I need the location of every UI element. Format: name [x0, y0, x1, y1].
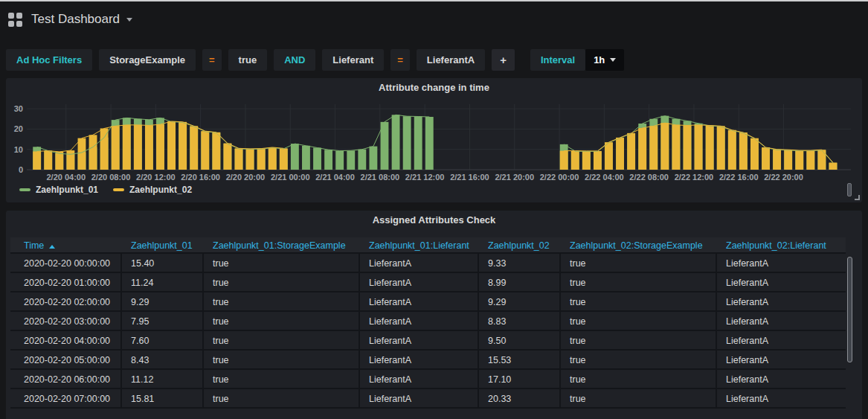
- table-cell: LieferantA: [717, 331, 846, 351]
- chart-scrollbar-thumb[interactable]: [847, 183, 852, 196]
- table-cell: true: [561, 254, 717, 273]
- filter2-operator-chip[interactable]: =: [390, 49, 410, 71]
- column-header-zaehlpunkt-01-storageexample[interactable]: Zaehlpunkt_01:StorageExample: [204, 237, 360, 254]
- table-cell: LieferantA: [717, 370, 846, 389]
- filter2-key-chip[interactable]: Lieferant: [322, 49, 384, 71]
- filter1-value-chip[interactable]: true: [228, 49, 268, 71]
- column-header-zaehlpunkt-02-lieferant[interactable]: Zaehlpunkt_02:Lieferant: [717, 237, 846, 254]
- x-tick-label: 2/20 04:00: [46, 173, 86, 182]
- chart-bar-Zaehlpunkt_02: [123, 125, 131, 170]
- table-cell: true: [204, 273, 360, 292]
- column-header-zaehlpunkt-01-lieferant[interactable]: Zaehlpunkt_01:Lieferant: [360, 237, 479, 254]
- table-cell: 9.33: [479, 254, 561, 273]
- chart-bar-Zaehlpunkt_01: [347, 150, 355, 170]
- filter1-key-chip[interactable]: StorageExample: [99, 49, 196, 71]
- table-cell: 20.33: [479, 389, 561, 409]
- chart-bar-Zaehlpunkt_02: [660, 123, 669, 170]
- panel-resize-handle[interactable]: [855, 195, 860, 200]
- chart-bar-Zaehlpunkt_02: [784, 150, 792, 170]
- chart-bar-Zaehlpunkt_02: [246, 149, 254, 170]
- chart-bar-Zaehlpunkt_01: [369, 147, 377, 170]
- dashboard-title[interactable]: Test Dashboard: [31, 12, 120, 27]
- table-cell: true: [561, 273, 717, 292]
- column-header-zaehlpunkt-02[interactable]: Zaehlpunkt_02: [479, 237, 561, 254]
- chart-bar-Zaehlpunkt_02: [55, 152, 63, 170]
- legend-label: Zaehlpunkt_01: [36, 185, 98, 195]
- chart-bar-Zaehlpunkt_01: [324, 150, 332, 170]
- table-cell: true: [204, 389, 360, 409]
- table-cell: LieferantA: [360, 273, 479, 292]
- interval-label[interactable]: Interval: [530, 49, 585, 71]
- grid-icon-square: [8, 21, 14, 27]
- chart-bar-Zaehlpunkt_02: [66, 150, 74, 170]
- table-cell: true: [204, 312, 360, 331]
- adhoc-filters-label[interactable]: Ad Hoc Filters: [6, 49, 92, 71]
- sort-ascending-icon: [49, 245, 55, 249]
- chevron-down-icon: [610, 58, 616, 62]
- x-tick-label: 2/21 08:00: [361, 173, 400, 182]
- table-scrollbar-thumb[interactable]: [847, 257, 852, 362]
- chart-bar-Zaehlpunkt_02: [829, 162, 838, 170]
- attributes-table: TimeZaehlpunkt_01Zaehlpunkt_01:StorageEx…: [10, 237, 846, 409]
- x-tick-label: 2/21 12:00: [405, 173, 445, 182]
- table-cell: true: [561, 370, 717, 389]
- legend-item-zaehlpunkt-02[interactable]: Zaehlpunkt_02: [113, 185, 192, 195]
- add-filter-button[interactable]: +: [492, 49, 515, 71]
- x-tick-label: 2/21 04:00: [315, 173, 355, 182]
- table-cell: LieferantA: [360, 254, 479, 273]
- chart-bar-Zaehlpunkt_02: [224, 144, 232, 170]
- chart-bar-Zaehlpunkt_02: [728, 130, 736, 170]
- chart-bar-Zaehlpunkt_02: [616, 138, 624, 170]
- table-cell: LieferantA: [717, 273, 846, 292]
- chart-bar-Zaehlpunkt_02: [134, 125, 142, 170]
- x-tick-label: 2/21 20:00: [495, 173, 534, 182]
- column-header-zaehlpunkt-01[interactable]: Zaehlpunkt_01: [122, 237, 204, 254]
- x-tick-label: 2/22 04:00: [585, 173, 624, 182]
- panel-assigned-attributes-check: Assigned Attributes Check TimeZaehlpunkt…: [6, 211, 862, 419]
- dashboard-title-caret-icon[interactable]: [126, 18, 132, 22]
- chart-bar-Zaehlpunkt_02: [179, 122, 187, 170]
- filter-condition-chip[interactable]: AND: [274, 49, 315, 71]
- chart-bar-Zaehlpunkt_02: [806, 150, 814, 170]
- column-header-label: Time: [24, 240, 44, 251]
- chart-bar-Zaehlpunkt_02: [78, 138, 86, 170]
- column-header-label: Zaehlpunkt_02:Lieferant: [726, 240, 826, 251]
- chart-bar-Zaehlpunkt_02: [706, 125, 714, 170]
- table-cell: 8.43: [122, 351, 204, 370]
- time-series-plot[interactable]: 01020302/20 04:002/20 08:002/20 12:002/2…: [8, 97, 852, 182]
- table-cell: 2020-02-20 00:00:00: [10, 254, 122, 273]
- chart-bar-Zaehlpunkt_01: [313, 148, 321, 170]
- column-header-time[interactable]: Time: [10, 237, 122, 254]
- table-cell: true: [204, 292, 360, 312]
- table-cell: LieferantA: [360, 292, 479, 312]
- chart-bar-Zaehlpunkt_02: [190, 126, 198, 170]
- chart-panel-title[interactable]: Attribute change in time: [6, 78, 862, 97]
- chart-bar-Zaehlpunkt_02: [605, 142, 613, 170]
- x-tick-label: 2/20 20:00: [226, 173, 266, 182]
- table-cell: LieferantA: [360, 312, 479, 331]
- dashboards-grid-icon[interactable]: [8, 13, 22, 27]
- table-cell: 8.83: [479, 312, 561, 331]
- filter1-operator-chip[interactable]: =: [202, 49, 222, 71]
- column-header-zaehlpunkt-02-storageexample[interactable]: Zaehlpunkt_02:StorageExample: [561, 237, 717, 254]
- interval-variable: Interval 1h: [530, 49, 624, 71]
- table-cell: true: [561, 312, 717, 331]
- table-panel-title[interactable]: Assigned Attributes Check: [6, 211, 862, 230]
- table-cell: true: [204, 254, 360, 273]
- chart-bar-Zaehlpunkt_02: [795, 150, 803, 170]
- chart-bar-Zaehlpunkt_01: [392, 115, 400, 170]
- chart-bar-Zaehlpunkt_02: [112, 126, 120, 170]
- chart-bar-Zaehlpunkt_02: [89, 135, 97, 170]
- chart-bar-Zaehlpunkt_02: [33, 151, 41, 170]
- chart-bar-Zaehlpunkt_02: [762, 147, 770, 170]
- x-tick-label: 2/22 12:00: [675, 173, 714, 182]
- chart-bar-Zaehlpunkt_02: [100, 128, 109, 170]
- series-color-swatch: [19, 188, 30, 191]
- table-cell: 9.29: [122, 292, 204, 312]
- chart-bar-Zaehlpunkt_01: [291, 144, 299, 170]
- filter2-value-chip[interactable]: LieferantA: [417, 49, 485, 71]
- table-cell: true: [204, 331, 360, 351]
- interval-select[interactable]: 1h: [585, 49, 624, 71]
- legend-item-zaehlpunkt-01[interactable]: Zaehlpunkt_01: [19, 185, 98, 195]
- chart-bar-Zaehlpunkt_02: [672, 125, 681, 170]
